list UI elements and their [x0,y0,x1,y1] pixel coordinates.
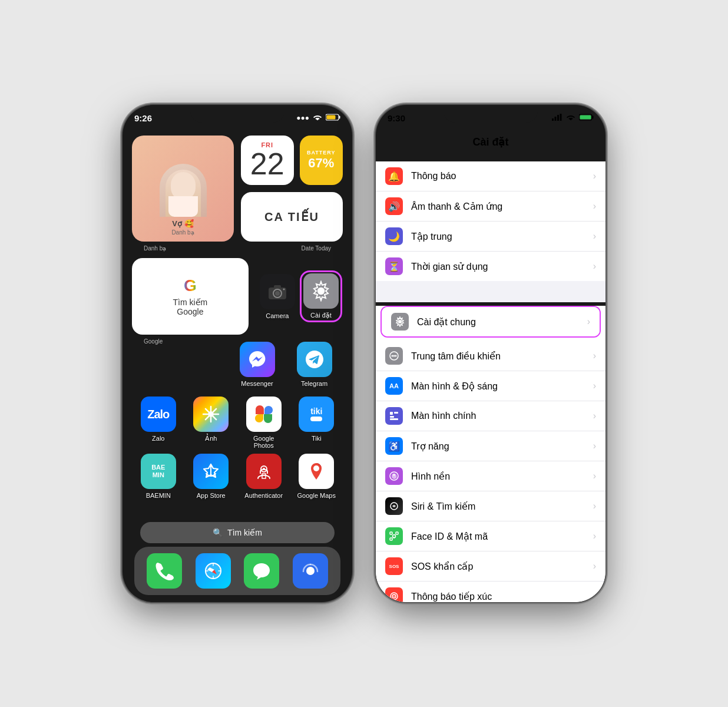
svg-rect-17 [552,118,554,121]
settings-item-siri[interactable]: Siri & Tìm kiếm › [376,491,605,521]
svg-rect-1 [339,115,340,118]
thoigian-label: Thời gian sử dụng [411,261,593,272]
settings-item-trungtam[interactable]: Trung tâm điều khiển › [376,341,605,371]
danh-ba-label: Danh bạ [144,245,166,252]
app-baemin[interactable]: BAEMIN BAEMIN [137,454,180,499]
app-zalo[interactable]: Zalo Zalo [137,397,180,449]
svg-point-28 [395,355,397,357]
hinnen-chevron: › [593,471,596,481]
dock-messages[interactable] [240,553,283,589]
google-text2: Google [177,307,203,316]
settings-item-tronang[interactable]: ♿ Trợ năng › [376,431,605,461]
widget-google[interactable]: G Tìm kiếm Google [132,258,249,335]
settings-item-caidatchung[interactable]: Cài đặt chung › [382,307,600,336]
settings-group-1: 🔔 Thông báo › 🔊 Âm thanh & Cảm ứng › 🌙 T… [376,161,605,281]
settings-item-tiepxuc[interactable]: Thông báo tiếp xúc › [376,582,605,602]
widget-date[interactable]: FRI 22 [241,136,294,185]
trungtam-label: Trung tâm điều khiển [411,351,593,362]
app-photos[interactable]: Ảnh [190,397,232,449]
svg-point-34 [393,474,395,476]
phone-2: 9:30 Cài đặt 🔔 Thôn [376,105,605,602]
app-telegram[interactable]: Telegram [293,342,336,387]
camera-app-icon [260,274,295,309]
phone-2-screen: 9:30 Cài đặt 🔔 Thôn [376,105,605,602]
phone-1-screen: 9:26 ●●● Vợ 🥰 [123,105,352,602]
svg-rect-2 [327,115,336,119]
search-bar[interactable]: 🔍 Tìm kiếm [140,522,335,543]
contact-widget-label: Danh bạ [171,229,194,236]
widget-battery[interactable]: BATTERY 67% [300,136,343,185]
dock-signal[interactable] [289,553,332,589]
appstore-icon [193,454,229,489]
svg-rect-19 [557,115,559,121]
app-tiki[interactable]: tiki Tiki [295,397,337,449]
svg-point-24 [398,320,402,323]
thongbao-label: Thông báo [411,171,593,181]
taptrung-label: Tập trung [411,231,593,242]
settings-app-icon [303,273,339,309]
caidatchung-icon [391,313,409,331]
wifi-icon-1 [313,114,322,123]
baemin-label: BAEMIN [146,492,171,499]
contact-name: Vợ 🥰 [172,219,193,228]
settings-list: 🔔 Thông báo › 🔊 Âm thanh & Cảm ứng › 🌙 T… [376,157,605,602]
settings-label: Cài đặt [310,312,332,319]
thoigian-icon: ⏳ [385,257,403,275]
sos-label: SOS khẩn cấp [411,561,593,572]
authenticator-icon [246,454,282,489]
signal-icon-1: ●●● [296,114,309,122]
settings-item-faceid[interactable]: Face ID & Mật mã › [376,521,605,551]
siri-icon [385,497,403,515]
amthanh-icon: 🔊 [385,197,403,215]
tronang-chevron: › [593,441,596,451]
right-widget-stack: FRI 22 BATTERY 67% CA TIẾU [241,136,343,242]
app-camera[interactable]: Camera [256,274,299,319]
app-googlemaps[interactable]: Google Maps [295,454,337,499]
widget-contact[interactable]: Vợ 🥰 Danh bạ [132,136,234,242]
settings-item-thongbao[interactable]: 🔔 Thông báo › [376,161,605,191]
messenger-label: Messenger [241,380,273,387]
phone-app-icon [147,553,182,589]
hinnen-icon [385,467,403,485]
manhinh-chevron: › [593,381,596,391]
settings-item-hinnen[interactable]: Hình nền › [376,461,605,491]
apps-row-2: Messenger Telegram [229,342,343,387]
settings-item-taptrung[interactable]: 🌙 Tập trung › [376,222,605,252]
tiepxuc-chevron: › [593,591,596,602]
manhinhchinh-label: Màn hình chính [411,411,593,421]
signal-app-icon [293,553,328,589]
tiki-label: Tiki [312,435,322,442]
svg-rect-30 [394,412,398,414]
dock-phone[interactable] [143,553,186,589]
app-settings-highlighted[interactable]: Cài đặt [300,270,342,322]
ca-tieu-text: CA TIẾU [264,210,319,224]
googlemaps-label: Google Maps [297,492,336,499]
top-widgets: Vợ 🥰 Danh bạ FRI 22 BATTERY 67% [132,136,343,242]
widget-date-num: 22 [250,148,284,179]
thongbao-icon: 🔔 [385,167,403,185]
svg-rect-36 [390,532,392,534]
app-appstore[interactable]: App Store [190,454,232,499]
svg-point-7 [283,288,284,290]
camera-label: Camera [266,312,289,319]
amthanh-chevron: › [593,201,596,212]
safari-app-icon [196,553,231,589]
dock-safari[interactable] [192,553,234,589]
tronang-icon: ♿ [385,437,403,455]
settings-item-manhinhchinh[interactable]: Màn hình chính › [376,401,605,431]
app-google-photos[interactable]: Google Photos [243,397,285,449]
svg-rect-38 [390,538,392,540]
messenger-icon [240,342,275,377]
app-authenticator[interactable]: Authenticator [243,454,285,499]
search-text: Tìm kiếm [227,528,262,537]
settings-item-thoigian[interactable]: ⏳ Thời gian sử dụng › [376,252,605,281]
settings-item-manhinh[interactable]: AA Màn hình & Độ sáng › [376,371,605,401]
status-time-1: 9:26 [134,113,152,123]
app-messenger[interactable]: Messenger [236,342,279,387]
settings-item-amthanh[interactable]: 🔊 Âm thanh & Cảm ứng › [376,191,605,222]
widget-ca-tieu[interactable]: CA TIẾU [241,192,343,242]
settings-item-sos[interactable]: SOS SOS khẩn cấp › [376,551,605,582]
svg-point-13 [313,465,319,471]
trungtam-chevron: › [593,351,596,361]
trungtam-icon [385,347,403,365]
